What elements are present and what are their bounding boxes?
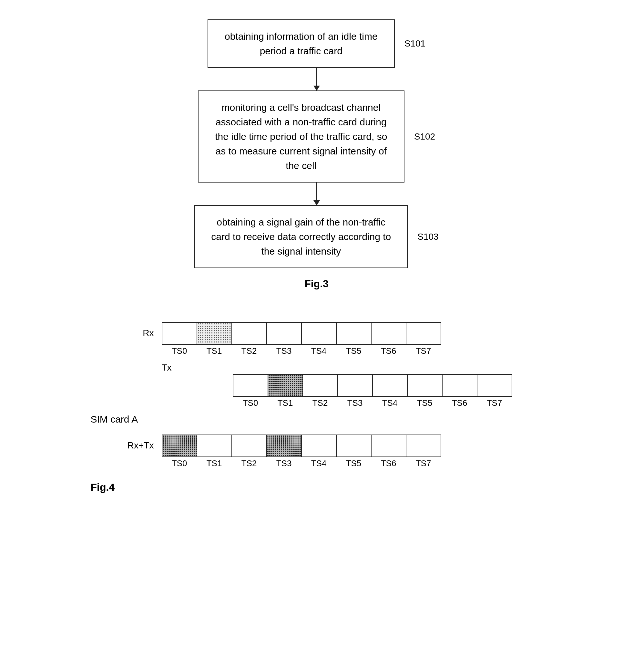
rxtx-ts-label-0: TS0 (162, 458, 197, 469)
ts-cell-rx-5 (336, 322, 372, 345)
timing-diagram-fig4: Rx TS0 TS1 TS2 TS3 TS4 TS5 TS6 TS7 (91, 322, 542, 513)
flow-step-s102: monitoring a cell's broadcast channel as… (198, 91, 435, 183)
fig3-label: Fig.3 (304, 278, 329, 290)
ts-cell-rx-7 (406, 322, 441, 345)
ts-cell-tx-6 (442, 374, 477, 397)
ts-cell-rxtx-7 (406, 435, 441, 457)
tx-ts-label-7: TS7 (477, 398, 512, 408)
ts-cell-rx-1 (197, 322, 232, 345)
ts-cell-rxtx-3 (266, 435, 302, 457)
tx-label (91, 362, 162, 368)
rxtx-group: TS0 TS1 TS2 TS3 TS4 TS5 TS6 TS7 (162, 435, 441, 469)
ts-cell-tx-7 (477, 374, 512, 397)
rx-label: Rx (91, 322, 162, 338)
rx-ts-label-2: TS2 (231, 346, 267, 356)
ts-cell-rxtx-6 (371, 435, 406, 457)
flow-step-s101: obtaining information of an idle time pe… (207, 19, 426, 68)
rxtx-ts-label-6: TS6 (371, 458, 406, 469)
ts-cell-rx-6 (371, 322, 406, 345)
ts-cell-rx-2 (231, 322, 267, 345)
flow-step-s103: obtaining a signal gain of the non-traff… (194, 205, 438, 268)
tx-ts-label-5: TS5 (407, 398, 442, 408)
ts-cell-rxtx-1 (197, 435, 232, 457)
rxtx-ts-label-4: TS4 (301, 458, 337, 469)
rx-ts-label-5: TS5 (336, 346, 372, 356)
ts-cell-rx-4 (301, 322, 337, 345)
ts-cell-rxtx-4 (301, 435, 337, 457)
ts-cell-rx-3 (266, 322, 302, 345)
tx-ts-label-2: TS2 (302, 398, 338, 408)
tx-ts-row (233, 374, 512, 397)
flowchart-fig3: obtaining information of an idle time pe… (139, 19, 494, 309)
step-label-s103: S103 (417, 232, 438, 242)
tx-ts-label-3: TS3 (337, 398, 373, 408)
tx-group: Tx TS0 TS1 (162, 362, 512, 408)
rx-ts-label-3: TS3 (266, 346, 302, 356)
tx-ts-labels: TS0 TS1 TS2 TS3 TS4 TS5 TS6 TS7 (233, 398, 512, 408)
timing-row-rx: Rx TS0 TS1 TS2 TS3 TS4 TS5 TS6 TS7 (91, 322, 542, 356)
ts-cell-tx-5 (407, 374, 442, 397)
fig4-label: Fig.4 (91, 481, 542, 493)
rxtx-ts-label-1: TS1 (197, 458, 232, 469)
flow-box-s103: obtaining a signal gain of the non-traff… (194, 205, 408, 268)
rxtx-ts-label-5: TS5 (336, 458, 372, 469)
rxtx-ts-label-2: TS2 (231, 458, 267, 469)
rxtx-ts-labels: TS0 TS1 TS2 TS3 TS4 TS5 TS6 TS7 (162, 458, 441, 469)
arrow-1 (316, 68, 317, 91)
sim-card-a-label: SIM card A (91, 414, 138, 425)
rxtx-ts-label-7: TS7 (406, 458, 441, 469)
rxtx-ts-label-3: TS3 (266, 458, 302, 469)
ts-cell-rxtx-0 (162, 435, 197, 457)
rx-ts-label-1: TS1 (197, 346, 232, 356)
ts-cell-rxtx-2 (231, 435, 267, 457)
ts-cell-tx-0 (233, 374, 268, 397)
ts-cell-tx-4 (372, 374, 408, 397)
tx-ts-label-1: TS1 (268, 398, 303, 408)
flow-box-s102: monitoring a cell's broadcast channel as… (198, 91, 404, 183)
rx-ts-label-4: TS4 (301, 346, 337, 356)
timing-row-tx: Tx TS0 TS1 (91, 362, 542, 408)
flow-box-s101: obtaining information of an idle time pe… (207, 19, 395, 68)
rx-ts-label-0: TS0 (162, 346, 197, 356)
tx-sublabel: Tx (162, 362, 233, 373)
rxtx-ts-row (162, 435, 441, 457)
rxtx-label: Rx+Tx (91, 435, 162, 451)
rx-ts-label-6: TS6 (371, 346, 406, 356)
ts-cell-tx-2 (302, 374, 338, 397)
rx-group: TS0 TS1 TS2 TS3 TS4 TS5 TS6 TS7 (162, 322, 441, 356)
ts-cell-rxtx-5 (336, 435, 372, 457)
arrow-2 (316, 183, 317, 205)
tx-ts-label-6: TS6 (442, 398, 477, 408)
rx-ts-label-7: TS7 (406, 346, 441, 356)
timing-row-rxtx: Rx+Tx TS0 TS1 TS2 TS3 TS4 TS5 TS6 TS7 (91, 435, 542, 469)
tx-ts-label-0: TS0 (233, 398, 268, 408)
rx-ts-row (162, 322, 441, 345)
rx-ts-labels: TS0 TS1 TS2 TS3 TS4 TS5 TS6 TS7 (162, 346, 441, 356)
sim-card-a-section: SIM card A (91, 414, 542, 425)
step-label-s101: S101 (404, 39, 426, 49)
ts-cell-tx-1 (268, 374, 303, 397)
ts-cell-rx-0 (162, 322, 197, 345)
ts-cell-tx-3 (337, 374, 373, 397)
tx-ts-label-4: TS4 (372, 398, 408, 408)
step-label-s102: S102 (414, 131, 435, 142)
